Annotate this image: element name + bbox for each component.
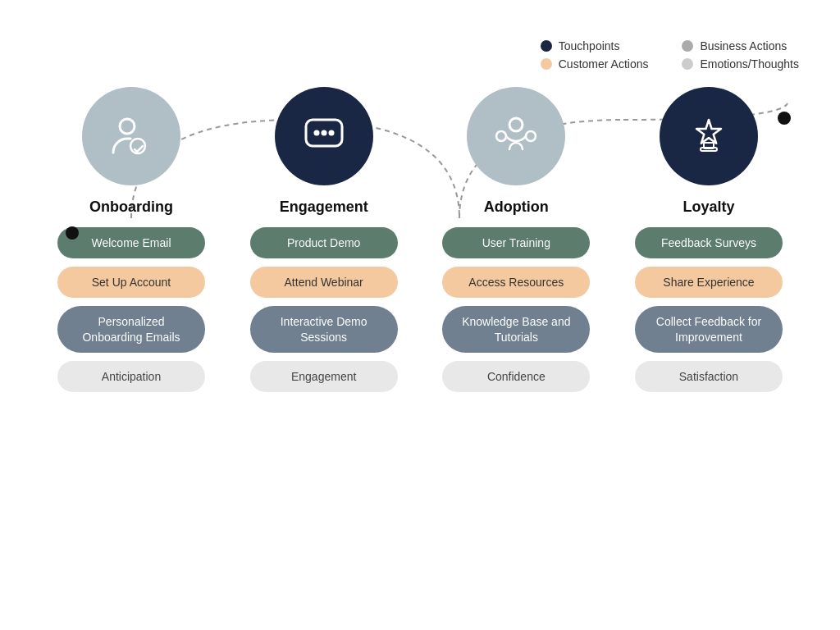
card-adoption-2: Knowledge Base and Tutorials bbox=[442, 306, 590, 352]
card-engagement-3: Engagement bbox=[250, 361, 398, 392]
stage-label-onboarding: Onboarding bbox=[89, 199, 173, 216]
card-loyalty-2: Collect Feedback for Improvement bbox=[635, 306, 783, 352]
card-engagement-0: Product Demo bbox=[250, 227, 398, 258]
legend: Touchpoints Business Actions Customer Ac… bbox=[541, 39, 799, 71]
legend-item: Business Actions bbox=[682, 39, 799, 52]
svg-point-3 bbox=[313, 130, 319, 136]
page: Touchpoints Business Actions Customer Ac… bbox=[0, 0, 840, 630]
card-loyalty-1: Share Experience bbox=[635, 267, 783, 298]
legend-label: Business Actions bbox=[700, 39, 787, 52]
legend-dot bbox=[682, 58, 693, 70]
svg-point-7 bbox=[496, 131, 506, 141]
card-loyalty-3: Satisfaction bbox=[635, 361, 783, 392]
icon-circle-onboarding bbox=[82, 87, 180, 185]
column-adoption: Adoption User TrainingAccess ResourcesKn… bbox=[426, 87, 606, 400]
stage-label-engagement: Engagement bbox=[280, 199, 368, 216]
stage-label-loyalty: Loyalty bbox=[682, 199, 734, 216]
svg-point-0 bbox=[120, 119, 135, 134]
legend-item: Emotions/Thoughts bbox=[682, 57, 799, 71]
svg-point-8 bbox=[526, 131, 536, 141]
legend-label: Customer Actions bbox=[559, 57, 649, 71]
column-loyalty: Loyalty Feedback SurveysShare Experience… bbox=[619, 87, 799, 400]
card-onboarding-2: Personalized Onboarding Emails bbox=[57, 306, 205, 352]
icon-circle-adoption bbox=[467, 87, 565, 185]
card-adoption-0: User Training bbox=[442, 227, 590, 258]
svg-point-5 bbox=[328, 130, 334, 136]
svg-point-4 bbox=[321, 130, 326, 136]
legend-dot bbox=[541, 58, 552, 70]
card-adoption-1: Access Resources bbox=[442, 267, 590, 298]
stage-label-adoption: Adoption bbox=[484, 199, 549, 216]
card-onboarding-0: Welcome Email bbox=[57, 227, 205, 258]
legend-label: Touchpoints bbox=[559, 39, 620, 52]
legend-label: Emotions/Thoughts bbox=[700, 57, 799, 71]
icon-circle-engagement bbox=[275, 87, 373, 185]
legend-dot bbox=[541, 40, 552, 52]
card-onboarding-3: Anticipation bbox=[57, 361, 205, 392]
legend-item: Touchpoints bbox=[541, 39, 658, 52]
legend-item: Customer Actions bbox=[541, 57, 658, 71]
card-loyalty-0: Feedback Surveys bbox=[635, 227, 783, 258]
header: Touchpoints Business Actions Customer Ac… bbox=[41, 33, 799, 71]
icon-circle-loyalty bbox=[660, 87, 758, 185]
legend-dot bbox=[682, 40, 693, 52]
card-onboarding-1: Set Up Account bbox=[57, 267, 205, 298]
column-onboarding: Onboarding Welcome EmailSet Up AccountPe… bbox=[41, 87, 221, 400]
svg-point-6 bbox=[509, 118, 523, 131]
columns: Onboarding Welcome EmailSet Up AccountPe… bbox=[41, 87, 799, 400]
card-engagement-1: Attend Webinar bbox=[250, 267, 398, 298]
journey-area: Onboarding Welcome EmailSet Up AccountPe… bbox=[41, 87, 799, 400]
column-engagement: Engagement Product DemoAttend WebinarInt… bbox=[234, 87, 414, 400]
card-adoption-3: Confidence bbox=[442, 361, 590, 392]
dot-right bbox=[778, 112, 791, 125]
dot-left bbox=[66, 226, 79, 240]
card-engagement-2: Interactive Demo Sessions bbox=[250, 306, 398, 352]
